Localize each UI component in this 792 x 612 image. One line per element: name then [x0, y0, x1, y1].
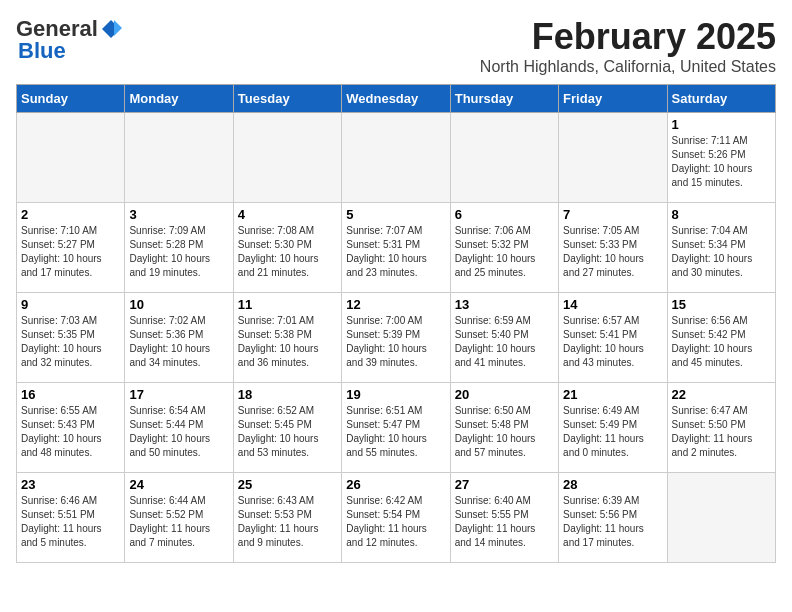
calendar-cell: 8Sunrise: 7:04 AM Sunset: 5:34 PM Daylig… — [667, 203, 775, 293]
calendar-cell: 2Sunrise: 7:10 AM Sunset: 5:27 PM Daylig… — [17, 203, 125, 293]
day-number: 26 — [346, 477, 445, 492]
day-number: 13 — [455, 297, 554, 312]
calendar-cell: 16Sunrise: 6:55 AM Sunset: 5:43 PM Dayli… — [17, 383, 125, 473]
day-info: Sunrise: 6:59 AM Sunset: 5:40 PM Dayligh… — [455, 314, 554, 370]
page-header: General Blue February 2025 North Highlan… — [16, 16, 776, 76]
calendar-week-4: 23Sunrise: 6:46 AM Sunset: 5:51 PM Dayli… — [17, 473, 776, 563]
day-info: Sunrise: 7:03 AM Sunset: 5:35 PM Dayligh… — [21, 314, 120, 370]
day-info: Sunrise: 7:00 AM Sunset: 5:39 PM Dayligh… — [346, 314, 445, 370]
day-info: Sunrise: 7:10 AM Sunset: 5:27 PM Dayligh… — [21, 224, 120, 280]
day-info: Sunrise: 6:50 AM Sunset: 5:48 PM Dayligh… — [455, 404, 554, 460]
calendar-cell: 25Sunrise: 6:43 AM Sunset: 5:53 PM Dayli… — [233, 473, 341, 563]
day-number: 15 — [672, 297, 771, 312]
day-number: 24 — [129, 477, 228, 492]
weekday-header-saturday: Saturday — [667, 85, 775, 113]
weekday-header-row: SundayMondayTuesdayWednesdayThursdayFrid… — [17, 85, 776, 113]
day-number: 11 — [238, 297, 337, 312]
day-number: 16 — [21, 387, 120, 402]
day-number: 22 — [672, 387, 771, 402]
day-number: 14 — [563, 297, 662, 312]
calendar-cell: 13Sunrise: 6:59 AM Sunset: 5:40 PM Dayli… — [450, 293, 558, 383]
calendar-cell: 26Sunrise: 6:42 AM Sunset: 5:54 PM Dayli… — [342, 473, 450, 563]
calendar-cell: 9Sunrise: 7:03 AM Sunset: 5:35 PM Daylig… — [17, 293, 125, 383]
calendar-cell: 23Sunrise: 6:46 AM Sunset: 5:51 PM Dayli… — [17, 473, 125, 563]
calendar-cell: 24Sunrise: 6:44 AM Sunset: 5:52 PM Dayli… — [125, 473, 233, 563]
day-number: 20 — [455, 387, 554, 402]
day-info: Sunrise: 6:43 AM Sunset: 5:53 PM Dayligh… — [238, 494, 337, 550]
logo-icon — [100, 18, 122, 40]
day-number: 5 — [346, 207, 445, 222]
day-number: 27 — [455, 477, 554, 492]
calendar-week-0: 1Sunrise: 7:11 AM Sunset: 5:26 PM Daylig… — [17, 113, 776, 203]
day-info: Sunrise: 6:51 AM Sunset: 5:47 PM Dayligh… — [346, 404, 445, 460]
day-number: 2 — [21, 207, 120, 222]
calendar-cell: 28Sunrise: 6:39 AM Sunset: 5:56 PM Dayli… — [559, 473, 667, 563]
calendar-cell: 7Sunrise: 7:05 AM Sunset: 5:33 PM Daylig… — [559, 203, 667, 293]
calendar-cell: 10Sunrise: 7:02 AM Sunset: 5:36 PM Dayli… — [125, 293, 233, 383]
calendar-cell: 19Sunrise: 6:51 AM Sunset: 5:47 PM Dayli… — [342, 383, 450, 473]
day-number: 28 — [563, 477, 662, 492]
day-info: Sunrise: 6:56 AM Sunset: 5:42 PM Dayligh… — [672, 314, 771, 370]
day-info: Sunrise: 7:09 AM Sunset: 5:28 PM Dayligh… — [129, 224, 228, 280]
day-info: Sunrise: 7:01 AM Sunset: 5:38 PM Dayligh… — [238, 314, 337, 370]
title-block: February 2025 North Highlands, Californi… — [480, 16, 776, 76]
day-info: Sunrise: 6:49 AM Sunset: 5:49 PM Dayligh… — [563, 404, 662, 460]
weekday-header-sunday: Sunday — [17, 85, 125, 113]
weekday-header-friday: Friday — [559, 85, 667, 113]
day-info: Sunrise: 7:08 AM Sunset: 5:30 PM Dayligh… — [238, 224, 337, 280]
calendar-cell — [342, 113, 450, 203]
logo: General Blue — [16, 16, 122, 64]
day-info: Sunrise: 6:46 AM Sunset: 5:51 PM Dayligh… — [21, 494, 120, 550]
day-number: 12 — [346, 297, 445, 312]
day-info: Sunrise: 6:39 AM Sunset: 5:56 PM Dayligh… — [563, 494, 662, 550]
day-info: Sunrise: 7:11 AM Sunset: 5:26 PM Dayligh… — [672, 134, 771, 190]
day-info: Sunrise: 7:07 AM Sunset: 5:31 PM Dayligh… — [346, 224, 445, 280]
day-number: 4 — [238, 207, 337, 222]
calendar-cell: 17Sunrise: 6:54 AM Sunset: 5:44 PM Dayli… — [125, 383, 233, 473]
calendar-cell — [450, 113, 558, 203]
day-info: Sunrise: 7:04 AM Sunset: 5:34 PM Dayligh… — [672, 224, 771, 280]
calendar-cell — [17, 113, 125, 203]
day-number: 3 — [129, 207, 228, 222]
calendar-cell: 1Sunrise: 7:11 AM Sunset: 5:26 PM Daylig… — [667, 113, 775, 203]
calendar-cell: 14Sunrise: 6:57 AM Sunset: 5:41 PM Dayli… — [559, 293, 667, 383]
weekday-header-tuesday: Tuesday — [233, 85, 341, 113]
weekday-header-monday: Monday — [125, 85, 233, 113]
day-info: Sunrise: 7:05 AM Sunset: 5:33 PM Dayligh… — [563, 224, 662, 280]
calendar-cell: 11Sunrise: 7:01 AM Sunset: 5:38 PM Dayli… — [233, 293, 341, 383]
calendar-cell — [667, 473, 775, 563]
day-info: Sunrise: 6:55 AM Sunset: 5:43 PM Dayligh… — [21, 404, 120, 460]
calendar-cell: 5Sunrise: 7:07 AM Sunset: 5:31 PM Daylig… — [342, 203, 450, 293]
calendar-cell: 22Sunrise: 6:47 AM Sunset: 5:50 PM Dayli… — [667, 383, 775, 473]
day-number: 21 — [563, 387, 662, 402]
calendar-cell: 18Sunrise: 6:52 AM Sunset: 5:45 PM Dayli… — [233, 383, 341, 473]
calendar-week-1: 2Sunrise: 7:10 AM Sunset: 5:27 PM Daylig… — [17, 203, 776, 293]
svg-marker-1 — [114, 20, 122, 36]
location: North Highlands, California, United Stat… — [480, 58, 776, 76]
day-info: Sunrise: 6:40 AM Sunset: 5:55 PM Dayligh… — [455, 494, 554, 550]
calendar-cell — [125, 113, 233, 203]
day-number: 6 — [455, 207, 554, 222]
calendar-cell: 15Sunrise: 6:56 AM Sunset: 5:42 PM Dayli… — [667, 293, 775, 383]
day-number: 1 — [672, 117, 771, 132]
day-info: Sunrise: 6:44 AM Sunset: 5:52 PM Dayligh… — [129, 494, 228, 550]
calendar-cell — [559, 113, 667, 203]
calendar-body: 1Sunrise: 7:11 AM Sunset: 5:26 PM Daylig… — [17, 113, 776, 563]
month-title: February 2025 — [480, 16, 776, 58]
day-info: Sunrise: 6:47 AM Sunset: 5:50 PM Dayligh… — [672, 404, 771, 460]
day-info: Sunrise: 7:06 AM Sunset: 5:32 PM Dayligh… — [455, 224, 554, 280]
weekday-header-wednesday: Wednesday — [342, 85, 450, 113]
day-info: Sunrise: 6:52 AM Sunset: 5:45 PM Dayligh… — [238, 404, 337, 460]
day-number: 9 — [21, 297, 120, 312]
calendar-week-3: 16Sunrise: 6:55 AM Sunset: 5:43 PM Dayli… — [17, 383, 776, 473]
day-number: 17 — [129, 387, 228, 402]
weekday-header-thursday: Thursday — [450, 85, 558, 113]
day-number: 25 — [238, 477, 337, 492]
day-number: 18 — [238, 387, 337, 402]
day-number: 19 — [346, 387, 445, 402]
day-info: Sunrise: 6:54 AM Sunset: 5:44 PM Dayligh… — [129, 404, 228, 460]
day-number: 7 — [563, 207, 662, 222]
calendar-week-2: 9Sunrise: 7:03 AM Sunset: 5:35 PM Daylig… — [17, 293, 776, 383]
calendar-cell: 27Sunrise: 6:40 AM Sunset: 5:55 PM Dayli… — [450, 473, 558, 563]
calendar-cell: 12Sunrise: 7:00 AM Sunset: 5:39 PM Dayli… — [342, 293, 450, 383]
